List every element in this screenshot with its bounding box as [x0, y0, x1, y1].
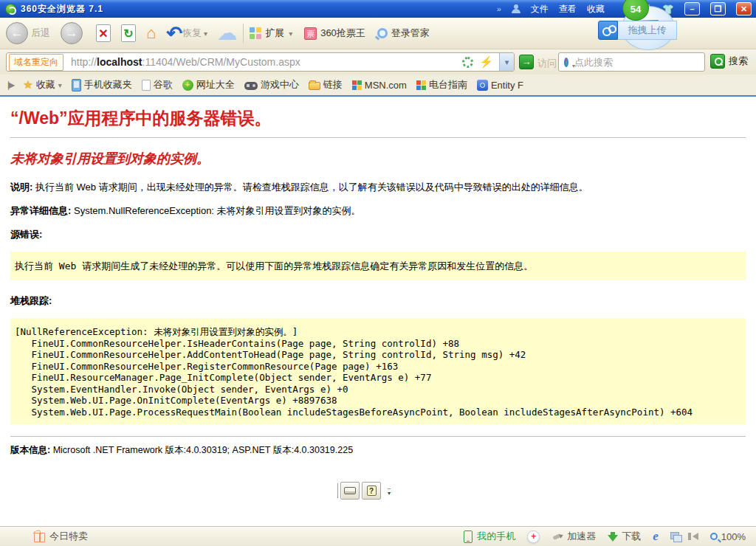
forward-button[interactable]: → [61, 22, 83, 44]
search-magnifier-icon [710, 54, 725, 69]
stack-trace-text: [NullReferenceException: 未将对象引用设置到对象的实例。… [15, 326, 741, 418]
speaker-icon[interactable] [693, 533, 698, 540]
my-phone-item[interactable]: 我的手机 [464, 530, 515, 543]
repair-icon[interactable]: + [527, 531, 540, 543]
stop-button[interactable]: ✕ [96, 24, 111, 42]
error-description: 说明: 执行当前 Web 请求期间，出现未经处理的异常。请检查堆栈跟踪信息，以了… [10, 181, 746, 193]
refresh-button[interactable]: ↻ [121, 24, 136, 42]
windows-layers-icon[interactable] [670, 532, 681, 541]
source-error-text: 执行当前 Web 请求期间生成了未经处理的异常。可以使用下面的异常堆栈跟踪信息确… [15, 260, 533, 272]
gift-icon [34, 533, 45, 542]
menu-file[interactable]: 文件 [531, 3, 549, 15]
login-manager-icon[interactable] [377, 28, 388, 38]
cloud-link-icon [598, 21, 618, 40]
ticket-grabber-label[interactable]: 360抢票王 [320, 27, 365, 40]
bookmark-links[interactable]: 链接 [309, 78, 343, 91]
go-label[interactable]: 访问 [537, 57, 557, 70]
bookmark-label: 电台指南 [429, 78, 467, 91]
url-text[interactable]: http://localhost:11404/Web/CRM/MyCustom.… [71, 56, 300, 68]
bookmark-mobile-favorites[interactable]: 手机收藏夹 [72, 78, 132, 91]
url-scheme: http:// [71, 56, 97, 68]
accelerator-item[interactable]: 加速器 [551, 530, 596, 543]
stack-trace-label: 堆栈跟踪: [10, 295, 52, 306]
download-item[interactable]: 下载 [608, 530, 641, 543]
version-info: 版本信息: Microsoft .NET Framework 版本:4.0.30… [10, 444, 746, 457]
chevron-down-icon: ▾ [58, 81, 62, 89]
menu-overflow-chevron[interactable]: » [497, 4, 501, 13]
restore-session-label[interactable]: 恢复 [182, 27, 202, 40]
status-bar: 今日特卖 我的手机 + 加速器 下载 e 100% [0, 526, 756, 546]
bookmark-label: 游戏中心 [261, 78, 299, 91]
keyboard-button[interactable] [340, 482, 360, 500]
folder-icon [309, 82, 320, 90]
rocket-icon [551, 531, 563, 542]
language-options-button[interactable]: – ▾ [383, 482, 395, 500]
phone-icon [464, 531, 472, 543]
search-button-label: 搜索 [729, 55, 748, 68]
stack-trace-heading: 堆栈跟踪: [10, 294, 746, 307]
bookmarks-bar: |▶ ★ 收藏 ▾ 手机收藏夹 谷歌 网址大全 游戏中心 链接 MSN.com … [0, 75, 756, 97]
divider [10, 137, 746, 138]
language-help-button[interactable]: ? [362, 482, 381, 500]
ticket-grabber-icon[interactable]: 票 [304, 27, 317, 40]
bookmark-radio-guide[interactable]: 电台指南 [416, 78, 467, 91]
exception-text: System.NullReferenceException: 未将对象引用设置到… [71, 205, 360, 216]
login-manager-label[interactable]: 登录管家 [391, 27, 430, 40]
bookmark-google[interactable]: 谷歌 [142, 78, 173, 91]
bookmark-msn[interactable]: MSN.com [352, 80, 407, 91]
drag-upload-widget[interactable]: 拖拽上传 [598, 21, 677, 40]
extensions-label[interactable]: 扩展 [265, 27, 284, 40]
extensions-dropdown-icon[interactable]: ▾ [289, 30, 292, 38]
gamepad-icon [244, 82, 258, 90]
bookmarks-expander-icon[interactable]: |▶ [7, 80, 13, 90]
source-error-box: 执行当前 Web 请求期间生成了未经处理的异常。可以使用下面的异常堆栈跟踪信息确… [10, 252, 746, 280]
internet-explorer-icon[interactable]: e [653, 529, 659, 544]
back-label[interactable]: 后退 [31, 27, 50, 40]
daily-deals-item[interactable]: 今日特卖 [34, 530, 88, 543]
bookmark-label: 链接 [323, 78, 343, 91]
window-title: 360安全浏览器 7.1 [21, 3, 103, 15]
no-trace-mode-icon[interactable] [462, 57, 473, 68]
search-input[interactable] [574, 57, 704, 68]
url-path: :11404/Web/CRM/MyCustom.aspx [142, 56, 300, 68]
close-button[interactable]: ✕ [736, 2, 752, 15]
help-icon: ? [367, 485, 377, 496]
speed-mode-lightning-icon[interactable]: ⚡ [479, 55, 493, 69]
menu-favorites[interactable]: 收藏 [587, 3, 605, 15]
language-bar-grip[interactable] [336, 483, 338, 498]
drag-upload-label: 拖拽上传 [618, 21, 677, 40]
bookmark-site-directory[interactable]: 网址大全 [182, 78, 235, 91]
bookmark-entity-f[interactable]: Entity F [477, 80, 523, 91]
bookmark-label: 收藏 [36, 78, 55, 91]
url-dropdown-button[interactable]: ▾ [499, 53, 514, 71]
download-arrow-icon [608, 535, 618, 542]
stack-trace-box: [NullReferenceException: 未将对象引用设置到对象的实例。… [10, 318, 746, 424]
bookmark-favorites[interactable]: ★ 收藏 ▾ [23, 78, 61, 91]
restore-window-button[interactable]: ❐ [710, 2, 726, 15]
restore-session-icon[interactable]: ↶ [166, 24, 182, 43]
menu-view[interactable]: 查看 [559, 3, 577, 15]
version-text: Microsoft .NET Framework 版本:4.0.30319; A… [50, 445, 353, 455]
restore-dropdown-icon[interactable]: ▾ [204, 30, 207, 38]
search-box[interactable] [558, 52, 705, 72]
minimize-button[interactable]: － [684, 2, 700, 15]
page-icon [142, 80, 151, 91]
domain-redirect-button[interactable]: 域名重定向 [9, 54, 63, 71]
url-box[interactable]: 域名重定向 http://localhost:11404/Web/CRM/MyC… [6, 52, 515, 72]
address-row: 域名重定向 http://localhost:11404/Web/CRM/MyC… [0, 49, 756, 75]
divider [10, 436, 746, 437]
go-button[interactable]: → [519, 55, 534, 69]
search-engine-icon[interactable] [564, 58, 568, 67]
home-button[interactable]: ⌂ [146, 24, 156, 43]
exception-details: 异常详细信息: System.NullReferenceException: 未… [10, 204, 746, 217]
download-label: 下载 [622, 530, 641, 543]
cloud-sync-icon[interactable]: ☁ [216, 23, 237, 44]
extensions-icon[interactable] [250, 27, 261, 39]
bookmark-game-center[interactable]: 游戏中心 [244, 78, 299, 91]
search-button[interactable]: 搜索 [710, 54, 748, 69]
user-account-icon[interactable] [512, 4, 520, 13]
zoom-control[interactable]: 100% [710, 531, 746, 542]
bookmark-label: 谷歌 [154, 78, 173, 91]
back-button[interactable]: ← [6, 22, 28, 44]
exception-label: 异常详细信息: [10, 205, 71, 216]
